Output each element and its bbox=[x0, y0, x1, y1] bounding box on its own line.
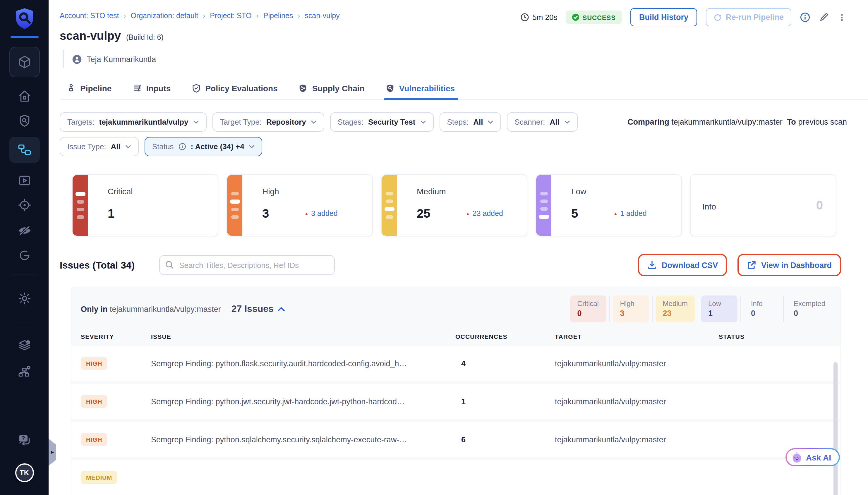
issues-total-title: Issues (Total 34) bbox=[60, 259, 135, 271]
breadcrumb-separator: › bbox=[297, 12, 300, 20]
issue-row-partial[interactable]: MEDIUM bbox=[71, 460, 840, 495]
issue-row[interactable]: HIGH Semgrep Finding: python.flask.secur… bbox=[71, 346, 840, 381]
expand-arrow-icon: ▶ bbox=[51, 450, 54, 455]
severity-summary-cards: Critical 1 High 3 ▲3 added Mediu bbox=[72, 174, 836, 236]
increase-triangle-icon: ▲ bbox=[613, 211, 618, 216]
left-nav-sidebar: ? TK bbox=[0, 0, 49, 495]
issues-search bbox=[159, 255, 335, 275]
more-menu-icon[interactable]: ⋮ bbox=[837, 12, 847, 22]
detail-tabs: Pipeline Inputs Policy Evaluations bbox=[60, 76, 868, 100]
chip-exempted[interactable]: Exempted0 bbox=[787, 295, 832, 322]
sidebar-divider bbox=[11, 274, 38, 274]
sidebar-item-home[interactable] bbox=[17, 89, 32, 104]
increase-triangle-icon: ▲ bbox=[465, 211, 470, 216]
severity-gauge-high bbox=[227, 175, 242, 236]
chip-low[interactable]: Low1 bbox=[701, 295, 737, 322]
issue-row[interactable]: HIGH Semgrep Finding: python.sqlalchemy.… bbox=[71, 422, 840, 457]
sto-shield-logo-icon[interactable] bbox=[13, 7, 36, 32]
help-chat-icon[interactable]: ? bbox=[16, 433, 32, 448]
breadcrumb-project[interactable]: Project: STO bbox=[210, 12, 252, 20]
breadcrumb-current[interactable]: scan-vulpy bbox=[305, 12, 340, 20]
severity-card-low[interactable]: Low 5 ▲1 added bbox=[535, 174, 682, 236]
chevron-down-icon bbox=[488, 120, 493, 124]
sidebar-item-default-settings-layers[interactable] bbox=[17, 338, 32, 353]
tab-vulnerabilities[interactable]: Vulnerabilities bbox=[386, 76, 455, 100]
sidebar-item-governance-hierarchy[interactable] bbox=[17, 364, 32, 379]
sidebar-item-targets[interactable] bbox=[17, 198, 32, 212]
supply-chain-shield-icon bbox=[299, 83, 308, 93]
ai-mascot-icon bbox=[791, 452, 802, 463]
sidebar-item-settings-gear[interactable] bbox=[17, 291, 32, 306]
filter-steps[interactable]: Steps:All bbox=[439, 112, 501, 132]
occurrences: 1 bbox=[455, 397, 555, 406]
severity-gauge-low bbox=[536, 175, 551, 236]
group-issue-count[interactable]: 27 Issues bbox=[232, 304, 285, 314]
user-avatar[interactable]: TK bbox=[15, 463, 34, 482]
filter-stages[interactable]: Stages:Security Test bbox=[330, 112, 434, 132]
severity-card-medium[interactable]: Medium 25 ▲23 added bbox=[381, 174, 527, 236]
chevron-up-icon bbox=[278, 306, 285, 311]
chip-critical[interactable]: Critical0 bbox=[571, 295, 607, 322]
sidebar-item-test-targets[interactable] bbox=[17, 114, 32, 128]
breadcrumb-org[interactable]: Organization: default bbox=[131, 12, 198, 20]
comparing-label: Comparing tejakummarikuntla/vulpy:master… bbox=[627, 118, 847, 126]
view-in-dashboard-button[interactable]: View in Dashboard bbox=[738, 254, 841, 276]
tab-policy-evaluations[interactable]: Policy Evaluations bbox=[192, 76, 277, 100]
severity-badge: MEDIUM bbox=[81, 471, 117, 484]
issue-row[interactable]: HIGH Semgrep Finding: python.jwt.securit… bbox=[71, 384, 840, 419]
chevron-down-icon bbox=[125, 144, 131, 149]
filter-scanner[interactable]: Scanner:All bbox=[507, 112, 577, 132]
edit-pencil-icon[interactable] bbox=[819, 12, 829, 22]
issues-table-header: SEVERITY ISSUE OCCURRENCES TARGET STATUS bbox=[71, 326, 840, 346]
filter-status[interactable]: Status : Active (34) +4 bbox=[144, 137, 262, 156]
topbar-actions: 5m 20s SUCCESS Build History Re-run Pipe… bbox=[520, 8, 847, 26]
chip-info[interactable]: Info0 bbox=[744, 295, 780, 322]
search-icon bbox=[165, 260, 174, 269]
build-history-button[interactable]: Build History bbox=[630, 8, 697, 26]
sidebar-item-module-cube[interactable] bbox=[9, 47, 39, 77]
sidebar-item-baseline-eye-off[interactable] bbox=[17, 223, 32, 238]
table-scrollbar[interactable] bbox=[833, 362, 837, 495]
occurrences: 4 bbox=[455, 359, 555, 368]
search-input[interactable] bbox=[159, 255, 335, 275]
issues-panel: Only in tejakummarikuntla/vulpy:master 2… bbox=[71, 287, 841, 495]
sto-vulnerabilities-page: ? TK ▶ Account: STO test › Organization:… bbox=[0, 0, 868, 495]
main-content: Account: STO test › Organization: defaul… bbox=[49, 0, 868, 495]
severity-card-high[interactable]: High 3 ▲3 added bbox=[226, 174, 373, 236]
ask-ai-button[interactable]: Ask AI bbox=[785, 448, 840, 466]
info-icon[interactable] bbox=[800, 12, 810, 22]
rerun-pipeline-button[interactable]: Re-run Pipeline bbox=[706, 8, 791, 26]
severity-card-info[interactable]: Info 0 bbox=[690, 174, 836, 236]
filter-target-type[interactable]: Target Type:Repository bbox=[212, 112, 324, 132]
tab-supply-chain[interactable]: Supply Chain bbox=[299, 76, 365, 100]
sidebar-divider bbox=[11, 322, 38, 322]
occurrences: 6 bbox=[455, 435, 555, 444]
chevron-down-icon bbox=[249, 144, 255, 149]
download-icon bbox=[648, 260, 657, 270]
filter-targets[interactable]: Targets:tejakummarikuntla/vulpy bbox=[60, 112, 206, 132]
sidebar-item-pipelines-active[interactable] bbox=[9, 137, 39, 163]
sidebar-item-exemptions[interactable] bbox=[17, 248, 32, 263]
tab-pipeline[interactable]: Pipeline bbox=[67, 76, 112, 100]
download-csv-button[interactable]: Download CSV bbox=[638, 254, 727, 276]
severity-chip-row: Critical0 High3 Medium23 Low1 Info0 bbox=[571, 295, 832, 322]
issues-header: Issues (Total 34) Download CSV bbox=[60, 252, 841, 278]
chip-medium[interactable]: Medium23 bbox=[656, 295, 695, 322]
svg-text:?: ? bbox=[21, 435, 24, 442]
chevron-down-icon bbox=[193, 120, 199, 124]
breadcrumb-account[interactable]: Account: STO test bbox=[60, 12, 119, 20]
breadcrumb-pipelines[interactable]: Pipelines bbox=[263, 12, 293, 20]
external-link-icon bbox=[747, 260, 756, 270]
severity-card-critical[interactable]: Critical 1 bbox=[72, 174, 218, 236]
refresh-icon bbox=[714, 13, 722, 21]
issue-target: tejakummarikuntla/vulpy:master bbox=[555, 435, 719, 444]
chip-high[interactable]: High3 bbox=[613, 295, 649, 322]
filter-issue-type[interactable]: Issue Type:All bbox=[60, 137, 139, 156]
issue-title: Semgrep Finding: python.sqlalchemy.secur… bbox=[151, 435, 455, 444]
severity-badge: HIGH bbox=[81, 357, 107, 370]
check-circle-icon bbox=[572, 14, 580, 21]
issues-group-header: Only in tejakummarikuntla/vulpy:master 2… bbox=[71, 287, 840, 326]
author-name: Teja Kummarikuntla bbox=[87, 55, 156, 64]
sidebar-item-executions[interactable] bbox=[17, 173, 32, 188]
tab-inputs[interactable]: Inputs bbox=[133, 76, 171, 100]
